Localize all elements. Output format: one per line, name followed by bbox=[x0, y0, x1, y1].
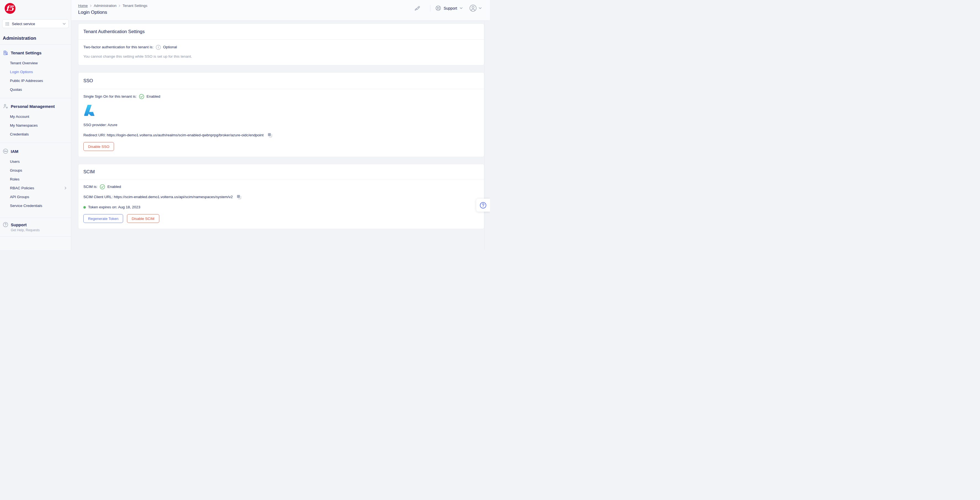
breadcrumb-home-link[interactable]: Home bbox=[78, 3, 88, 8]
two-factor-label: Two-factor authentication for this tenan… bbox=[83, 44, 153, 50]
avatar-icon bbox=[469, 5, 477, 12]
scim-status-value: Enabled bbox=[107, 184, 121, 190]
sidebar-support-subtitle: Get Help, Requests bbox=[11, 228, 67, 232]
app-title: Administration bbox=[3, 36, 67, 41]
chevron-down-icon bbox=[63, 23, 66, 25]
topbar: Home Administration Tenant Settings Logi… bbox=[71, 0, 490, 21]
sidebar-item-service-credentials[interactable]: Service Credentials bbox=[0, 202, 71, 210]
sso-redirect-text: Redirect URI: https://login-demo1.volter… bbox=[83, 132, 264, 138]
info-icon[interactable] bbox=[156, 45, 161, 50]
sidebar-item-api-groups[interactable]: API Groups bbox=[0, 193, 71, 202]
two-factor-value: Optional bbox=[163, 44, 177, 50]
section-header-iam[interactable]: IAM bbox=[0, 146, 71, 156]
f5-logo-icon: f5 bbox=[5, 3, 16, 14]
card-title: SCIM bbox=[78, 164, 484, 179]
sso-provider-line: SSO provider: Azure bbox=[83, 122, 479, 128]
nav-section-iam: IAM Users Groups Roles RBAC Policies API… bbox=[0, 143, 71, 214]
help-button[interactable] bbox=[476, 199, 490, 212]
section-label: IAM bbox=[11, 149, 19, 154]
sso-status-value: Enabled bbox=[146, 94, 161, 99]
f5-logo[interactable]: f5 bbox=[5, 3, 71, 15]
breadcrumb-administration: Administration bbox=[94, 3, 116, 8]
sso-status-line: Single Sign On for this tenant is: Enabl… bbox=[83, 94, 479, 99]
question-circle-icon bbox=[3, 222, 8, 227]
theme-brush-icon[interactable] bbox=[414, 5, 420, 11]
section-label: Personal Management bbox=[11, 104, 55, 109]
support-menu[interactable]: Support bbox=[435, 5, 463, 11]
content-edge-line bbox=[484, 21, 485, 250]
card-title: Tenant Authentication Settings bbox=[78, 24, 484, 40]
scim-status-label: SCIM is: bbox=[83, 184, 97, 190]
sidebar-support[interactable]: Support Get Help, Requests bbox=[0, 218, 71, 237]
disable-sso-button[interactable]: Disable SSO bbox=[83, 142, 114, 151]
scim-status-line: SCIM is: Enabled bbox=[83, 184, 479, 190]
two-factor-line: Two-factor authentication for this tenan… bbox=[83, 44, 479, 50]
copy-icon[interactable] bbox=[267, 133, 272, 138]
breadcrumb-tenant-settings: Tenant Settings bbox=[123, 3, 147, 8]
sidebar-item-credentials[interactable]: Credentials bbox=[0, 130, 71, 139]
scim-client-url-line: SCIM Client URL: https://scim-enabled.de… bbox=[83, 194, 479, 200]
sidebar: f5 Select service Administration bbox=[0, 0, 71, 250]
sidebar-item-my-account[interactable]: My Account bbox=[0, 112, 71, 121]
regenerate-token-button[interactable]: Regenerate Token bbox=[83, 214, 123, 223]
nav-section-tenant-settings: Tenant Settings Tenant Overview Login Op… bbox=[0, 44, 71, 98]
chevron-right-icon bbox=[90, 5, 92, 7]
support-menu-label: Support bbox=[444, 6, 457, 11]
sidebar-item-my-namespaces[interactable]: My Namespaces bbox=[0, 121, 71, 130]
nav-section-personal-management: Personal Management My Account My Namesp… bbox=[0, 98, 71, 143]
service-selector[interactable]: Select service bbox=[2, 19, 69, 28]
building-gear-icon bbox=[3, 50, 8, 56]
page: f5 Select service Administration bbox=[0, 0, 490, 250]
key-icon bbox=[3, 148, 8, 154]
sso-redirect-line: Redirect URI: https://login-demo1.volter… bbox=[83, 132, 479, 138]
lifebuoy-icon bbox=[435, 5, 441, 11]
account-menu[interactable] bbox=[469, 5, 482, 12]
sidebar-item-roles[interactable]: Roles bbox=[0, 175, 71, 184]
disable-scim-button[interactable]: Disable SCIM bbox=[127, 214, 159, 223]
scim-client-url-text: SCIM Client URL: https://scim-enabled.de… bbox=[83, 194, 233, 200]
chevron-down-icon bbox=[479, 7, 482, 9]
sidebar-support-label: Support bbox=[11, 222, 27, 227]
help-question-icon bbox=[479, 202, 487, 209]
scim-token-text: Token expires on: Aug 18, 2023 bbox=[88, 205, 140, 210]
azure-logo bbox=[83, 104, 479, 117]
card-scim: SCIM SCIM is: Enabled SCIM Client URL: h… bbox=[78, 164, 484, 229]
check-circle-icon bbox=[100, 184, 105, 190]
scim-token-line: Token expires on: Aug 18, 2023 bbox=[83, 205, 479, 210]
sidebar-item-login-options[interactable]: Login Options bbox=[0, 68, 71, 76]
sidebar-item-tenant-overview[interactable]: Tenant Overview bbox=[0, 59, 71, 68]
main-content: Tenant Authentication Settings Two-facto… bbox=[71, 21, 490, 250]
sso-status-label: Single Sign On for this tenant is: bbox=[83, 94, 137, 99]
sidebar-item-groups[interactable]: Groups bbox=[0, 166, 71, 175]
grid-icon bbox=[5, 22, 10, 26]
sidebar-spacer bbox=[0, 237, 71, 250]
check-circle-icon bbox=[139, 94, 145, 99]
section-header-personal-management[interactable]: Personal Management bbox=[0, 102, 71, 111]
section-label: Tenant Settings bbox=[11, 51, 41, 55]
token-status-dot bbox=[83, 206, 86, 209]
sidebar-item-quotas[interactable]: Quotas bbox=[0, 85, 71, 94]
two-factor-note: You cannot change this setting while SSO… bbox=[83, 54, 479, 59]
service-selector-label: Select service bbox=[12, 22, 35, 26]
svg-text:f5: f5 bbox=[6, 4, 14, 13]
sidebar-item-public-ip-addresses[interactable]: Public IP Addresses bbox=[0, 76, 71, 85]
chevron-right-icon bbox=[119, 5, 120, 7]
sidebar-item-rbac-policies[interactable]: RBAC Policies bbox=[0, 184, 71, 193]
chevron-right-icon bbox=[65, 187, 67, 190]
card-title: SSO bbox=[78, 73, 484, 89]
card-tenant-authentication: Tenant Authentication Settings Two-facto… bbox=[78, 24, 484, 65]
card-sso: SSO Single Sign On for this tenant is: E… bbox=[78, 72, 484, 157]
chevron-down-icon bbox=[460, 7, 463, 9]
topbar-actions: Support bbox=[414, 5, 482, 12]
section-header-tenant-settings[interactable]: Tenant Settings bbox=[0, 48, 71, 58]
user-gear-icon bbox=[3, 104, 8, 109]
copy-icon[interactable] bbox=[237, 195, 242, 200]
sidebar-item-users[interactable]: Users bbox=[0, 157, 71, 166]
